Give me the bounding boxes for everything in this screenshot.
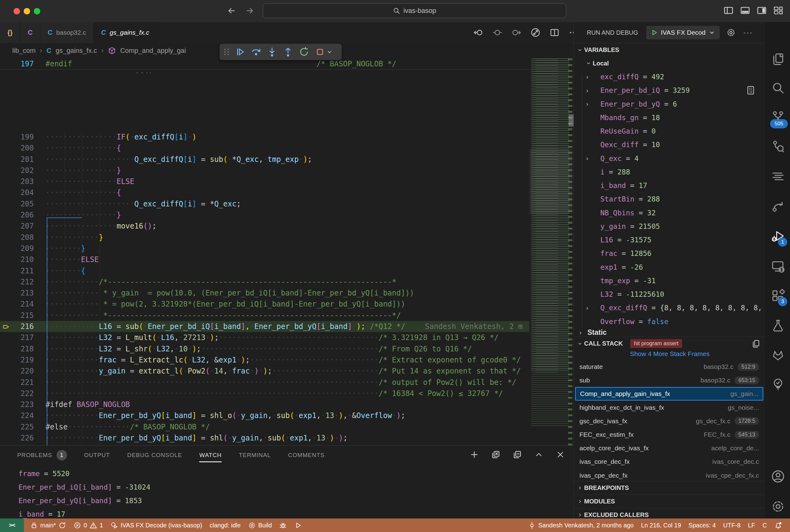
watch-expression[interactable]: i_band = 17	[18, 509, 150, 520]
code-line-220[interactable]: 220············y_gain = extract_l(·Pow2(…	[0, 365, 529, 377]
activity-testing-icon[interactable]	[766, 313, 790, 338]
tab-c-letter[interactable]: C	[20, 22, 40, 43]
drag-grip-button[interactable]	[223, 45, 231, 59]
status-item-clangd-idle[interactable]: clangd: idle	[206, 522, 244, 529]
variable-row-tmp_exp[interactable]: tmp_exp = -31	[574, 274, 766, 287]
panel-tab-debug-console[interactable]: DEBUG CONSOLE	[127, 446, 182, 465]
code-line-203[interactable]: 203················ELSE	[0, 176, 529, 187]
status-item-0[interactable]: 01	[70, 521, 107, 529]
gutter-line-number[interactable]: 211	[0, 265, 45, 277]
expand-chevron-icon[interactable]: ›	[586, 100, 588, 108]
gutter-line-number[interactable]: 208	[0, 232, 45, 243]
activity-gitlab-icon[interactable]	[766, 343, 790, 367]
status-item-ivas-fx-decode-ivas-basop-[interactable]: IVAS FX Decode (ivas-basop)	[107, 521, 206, 529]
code-line-214[interactable]: 214············ * = pow(2, 3.321928*(Ene…	[0, 299, 529, 310]
variables-scope-local[interactable]: ›Local	[574, 57, 766, 70]
variable-row-L32[interactable]: L32 = -11225610	[574, 287, 766, 301]
nav-forward-icon[interactable]	[245, 6, 255, 15]
panel-tab-output[interactable]: OUTPUT	[84, 446, 110, 465]
debug-more-icon[interactable]: ···	[743, 28, 753, 37]
gutter-line-number[interactable]: 204	[0, 187, 45, 198]
gutter-line-number[interactable]: 216	[0, 321, 45, 332]
code-line-202[interactable]: 202················}	[0, 165, 529, 176]
activity-todo-tree-icon[interactable]	[766, 372, 790, 397]
step-out-button[interactable]	[281, 45, 295, 59]
code-line-219[interactable]: 219············frac = L_Extract_lc(·L32,…	[0, 355, 529, 365]
panel-tab-comments[interactable]: COMMENTS	[288, 446, 325, 465]
minimap-slider[interactable]	[529, 149, 572, 214]
chevron-up-icon[interactable]	[534, 450, 544, 459]
gutter-line-number[interactable]: 223	[0, 399, 45, 410]
breadcrumb-item[interactable]: lib_com	[12, 47, 36, 55]
restart-button[interactable]	[297, 45, 311, 59]
debug-config-dropdown[interactable]: IVAS FX Decod	[646, 26, 720, 39]
stack-frame-highband_exc_dct_in_ivas_fx[interactable]: highband_exc_dct_in_ivas_fxgs_noise...	[575, 401, 763, 414]
stack-frame-ivas_core_dec_fx[interactable]: ivas_core_dec_fxivas_core_dec.c	[575, 455, 763, 469]
activity-search-icon[interactable]	[766, 76, 790, 100]
status-item-sandesh-venkatesh-2-months-ago[interactable]: Sandesh Venkatesh, 2 months ago	[525, 521, 637, 529]
variable-row-Qexc_diff[interactable]: Qexc_diff = 10	[574, 138, 766, 151]
code-line-208[interactable]: 208············}	[0, 232, 529, 243]
gutter-line-number[interactable]: 203	[0, 176, 45, 187]
expand-chevron-icon[interactable]: ›	[586, 155, 588, 162]
code-editor[interactable]: 199················IF(·exc_diffQ[i]·)200…	[0, 58, 574, 445]
layout-custom-icon[interactable]	[773, 5, 783, 15]
variable-row-exp1[interactable]: exp1 = -26	[574, 261, 766, 274]
editor-scrollbar[interactable]	[569, 114, 574, 127]
code-line-210[interactable]: 210········ELSE	[0, 254, 529, 265]
panel-tab-watch[interactable]: WATCH	[199, 446, 222, 465]
code-line-213[interactable]: 213············ * y_gain = pow(10.0, (En…	[0, 287, 529, 299]
variable-row-exc_diffQ[interactable]: ›exc_diffQ = 492	[574, 70, 766, 83]
status-item[interactable]	[771, 521, 786, 529]
activity-run-debug-icon[interactable]: 1	[766, 224, 790, 248]
center-change-icon[interactable]	[493, 27, 502, 37]
variables-section-header[interactable]: ›VARIABLES	[574, 43, 766, 57]
activity-account-icon[interactable]	[766, 464, 790, 489]
gutter-line-number[interactable]: 205	[0, 198, 45, 209]
variable-row-StartBin[interactable]: StartBin = 288	[574, 192, 766, 206]
code-line-217[interactable]: 217············L32 = L_mult(·L16,·27213·…	[0, 332, 529, 343]
stack-frame-saturate[interactable]: saturatebasop32.c512:9	[575, 360, 763, 374]
status-item[interactable]	[275, 521, 291, 529]
variables-scope-static[interactable]: › Static	[574, 328, 766, 337]
gutter-line-number[interactable]: 212	[0, 277, 45, 287]
code-line-211[interactable]: 211········{	[0, 265, 529, 277]
activity-source-control-icon[interactable]: 505	[766, 104, 790, 129]
breadcrumb-item[interactable]: Comp_and_apply_gai	[120, 47, 186, 55]
gutter-line-number[interactable]: 209	[0, 243, 45, 254]
variable-row-L16[interactable]: L16 = -31575	[574, 233, 766, 247]
panel-tab-terminal[interactable]: TERMINAL	[239, 446, 271, 465]
gutter-line-number[interactable]: 206	[0, 209, 45, 221]
copy-callstack-icon[interactable]	[752, 339, 760, 348]
step-over-button[interactable]	[249, 45, 263, 59]
gutter-line-number[interactable]: 215	[0, 310, 45, 321]
show-more-frames-link[interactable]: Show 4 More Stack Frames	[574, 350, 766, 358]
code-line-200[interactable]: 200················{	[0, 142, 529, 154]
variable-row-Ener_per_bd_iQ[interactable]: ›Ener_per_bd_iQ = 32590110	[574, 83, 766, 97]
variable-row-i_band[interactable]: i_band = 17	[574, 179, 766, 192]
split-editor-icon[interactable]	[550, 27, 559, 37]
add-icon[interactable]	[470, 450, 479, 459]
zoom-window-button[interactable]	[34, 8, 40, 15]
gutter-line-number[interactable]: 225	[0, 421, 45, 433]
collapse-all-icon[interactable]	[513, 450, 522, 459]
call-stack-section-header[interactable]: ›CALL STACK hit program assert	[574, 337, 766, 350]
gutter-line-number[interactable]: 213	[0, 287, 45, 299]
gutter-line-number[interactable]: 210	[0, 254, 45, 265]
minimize-window-button[interactable]	[24, 8, 30, 15]
expand-chevron-icon[interactable]: ›	[586, 73, 588, 80]
activity-gear-icon[interactable]	[766, 494, 790, 519]
status-item-utf-8[interactable]: UTF-8	[720, 522, 745, 529]
activity-live-share-icon[interactable]	[766, 194, 790, 219]
status-item-ln-216-col-19[interactable]: Ln 216, Col 19	[637, 522, 684, 529]
close-window-button[interactable]	[14, 8, 20, 15]
panel-tab-problems[interactable]: PROBLEMS1	[17, 446, 67, 465]
code-line-224[interactable]: 224············Ener_per_bd_yQ[i_band] = …	[0, 410, 529, 421]
code-line-207[interactable]: 207················move16();	[0, 221, 529, 232]
gutter-line-number[interactable]: 220	[0, 365, 45, 377]
breadcrumb-item[interactable]: gs_gains_fx.c	[56, 47, 97, 55]
graph-circle-icon[interactable]	[531, 27, 540, 37]
status-item[interactable]	[291, 521, 306, 529]
watch-expression[interactable]: Ener_per_bd_yQ[i_band] = 1853	[18, 495, 150, 506]
variable-row-Q_exc[interactable]: ›Q_exc = 4	[574, 152, 766, 165]
